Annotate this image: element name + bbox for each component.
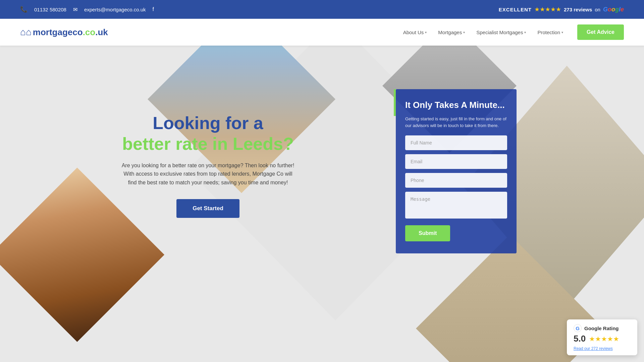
mortgages-chevron-icon: ▾ xyxy=(463,31,465,34)
fullname-input[interactable] xyxy=(405,135,507,150)
logo-dot-co: .co xyxy=(83,27,96,37)
logo[interactable]: ⌂⌂ mortgageco.co.uk xyxy=(20,27,108,38)
form-title: It Only Takes A Minute... xyxy=(405,100,507,110)
read-reviews-link[interactable]: Read our 272 reviews xyxy=(574,346,613,351)
nav-mortgages[interactable]: Mortgages ▾ xyxy=(434,27,469,38)
contact-form-card: It Only Takes A Minute... Getting starte… xyxy=(396,89,517,253)
nav-specialist[interactable]: Specialist Mortgages ▾ xyxy=(472,27,530,38)
logo-house-icon: ⌂⌂ xyxy=(20,27,32,38)
google-rating-score: 5.0 xyxy=(574,334,586,344)
rating-row: 5.0 ★★★★★ xyxy=(574,334,631,344)
google-g-icon: G xyxy=(574,324,582,332)
logo-letter-m: m xyxy=(33,27,41,37)
phone-icon: 📞 xyxy=(20,6,28,13)
google-letter-g2: g xyxy=(615,6,619,13)
top-bar-left: 📞 01132 580208 ✉ experts@mortgageco.co.u… xyxy=(20,6,154,13)
nav-links: About Us ▾ Mortgages ▾ Specialist Mortga… xyxy=(399,24,624,40)
google-rating-header: G Google Rating xyxy=(574,324,631,332)
logo-dot-uk: .uk xyxy=(95,27,108,37)
top-bar-right: EXCELLENT ★★★★★ 273 reviews on Google xyxy=(499,6,624,13)
form-subtitle: Getting started is easy, just fill in th… xyxy=(405,116,507,129)
rating-stars: ★★★★★ xyxy=(534,6,561,13)
nav-about[interactable]: About Us ▾ xyxy=(399,27,431,38)
email-input[interactable] xyxy=(405,154,507,169)
email-link[interactable]: experts@mortgageco.co.uk xyxy=(84,7,146,12)
google-logo: Google xyxy=(603,6,624,13)
excellent-label: EXCELLENT xyxy=(499,7,532,12)
hero-heading: Looking for a better rate in Leeds? xyxy=(122,113,293,155)
google-rating-widget: G Google Rating 5.0 ★★★★★ Read our 272 r… xyxy=(567,319,637,355)
submit-button[interactable]: Submit xyxy=(405,225,450,241)
hero-content: Looking for a better rate in Leeds? Are … xyxy=(0,46,644,362)
phone-link[interactable]: 01132 580208 xyxy=(34,7,66,12)
message-input[interactable] xyxy=(405,192,507,219)
google-letter-e: e xyxy=(621,6,624,13)
hero-subtext: Are you looking for a better rate on you… xyxy=(121,161,295,187)
get-started-button[interactable]: Get Started xyxy=(176,199,239,218)
review-count: 273 reviews xyxy=(564,7,592,12)
google-rating-stars: ★★★★★ xyxy=(589,335,619,343)
google-letter-o1: o xyxy=(608,6,611,13)
hero-right-panel: It Only Takes A Minute... Getting starte… xyxy=(396,89,517,253)
hero-left-panel: Looking for a better rate in Leeds? Are … xyxy=(0,46,396,218)
logo-mortgageco: ortgageco xyxy=(41,27,83,37)
hero-heading-line1: Looking for a xyxy=(122,113,293,133)
google-rating-label: Google Rating xyxy=(584,325,619,331)
protection-chevron-icon: ▾ xyxy=(561,31,563,34)
nav-protection[interactable]: Protection ▾ xyxy=(533,27,567,38)
email-icon: ✉ xyxy=(73,6,77,13)
hero-heading-line2: better rate in Leeds? xyxy=(122,133,293,154)
hero-section: Looking for a better rate in Leeds? Are … xyxy=(0,46,644,362)
navbar: ⌂⌂ mortgageco.co.uk About Us ▾ Mortgages… xyxy=(0,19,644,46)
google-letter-o2: o xyxy=(611,6,615,13)
about-chevron-icon: ▾ xyxy=(425,31,427,34)
rating-on-text: on xyxy=(595,7,600,12)
facebook-icon[interactable]: f xyxy=(153,6,154,12)
phone-input[interactable] xyxy=(405,173,507,188)
top-bar: 📞 01132 580208 ✉ experts@mortgageco.co.u… xyxy=(0,0,644,19)
specialist-chevron-icon: ▾ xyxy=(524,31,526,34)
get-advice-button[interactable]: Get Advice xyxy=(577,24,624,40)
logo-text: mortgageco.co.uk xyxy=(33,27,108,38)
google-letter-g: G xyxy=(603,6,608,13)
